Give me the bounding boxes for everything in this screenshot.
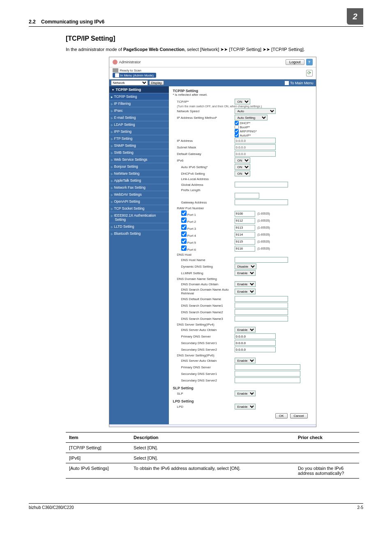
sidebar: TCP/IP Setting TCP/IP SettingIP Filterin… (109, 86, 169, 424)
dhcpv6-select[interactable]: ON (235, 171, 250, 176)
port-check[interactable] (181, 231, 187, 237)
sidebar-item[interactable]: IPsec (109, 107, 169, 114)
bootp-check[interactable] (235, 125, 239, 129)
ipaddr-input[interactable] (235, 138, 276, 143)
sidebar-item[interactable]: LLTD Setting (109, 223, 169, 230)
footer-page: 2-5 (357, 505, 363, 510)
display-button[interactable]: Display (149, 81, 164, 85)
ipmethod-select[interactable]: Auto Setting (235, 115, 267, 120)
pdns6-input[interactable] (235, 364, 300, 370)
sdns62-input[interactable] (235, 377, 300, 383)
gateway6-input[interactable] (235, 199, 288, 205)
sidebar-item[interactable]: IPP Setting (109, 128, 169, 135)
sidebar-item[interactable]: IP Filtering (109, 100, 169, 107)
sidebar-item[interactable]: SNMP Setting (109, 142, 169, 149)
sidebar-head[interactable]: TCP/IP Setting (109, 86, 169, 93)
page-title: [TCP/IP Setting] (66, 35, 359, 42)
refresh-icon[interactable]: ⟳ (306, 70, 313, 76)
sdns1-input[interactable] (235, 340, 276, 346)
tcpip-select[interactable]: ON (235, 99, 250, 104)
netspeed-select[interactable]: Auto (235, 108, 276, 114)
dnshost-input[interactable] (235, 257, 288, 263)
llmnr-select[interactable]: Enable (235, 270, 256, 276)
port-check[interactable] (181, 245, 187, 251)
ipv6-select[interactable]: ON (235, 157, 250, 163)
sidebar-item[interactable]: Web Service Settings (109, 156, 169, 163)
port-check[interactable] (181, 217, 187, 223)
dda-select[interactable]: Enable (235, 281, 256, 287)
footer-model: bizhub C360/C280/C220 (29, 505, 74, 510)
ok-button[interactable]: OK (275, 413, 288, 419)
sidebar-item[interactable]: LDAP Setting (109, 121, 169, 128)
sidebar-item[interactable]: FTP Setting (109, 135, 169, 142)
dhcp-check[interactable] (235, 121, 239, 125)
port-input[interactable] (235, 225, 255, 231)
network-select[interactable]: Network (111, 80, 148, 86)
dsso4-select[interactable]: Enable (235, 327, 256, 333)
sidebar-item[interactable]: NetWare Setting (109, 170, 169, 177)
dyndns-select[interactable]: Disable (235, 264, 256, 269)
info-table: Item Description Prior check [TCP/IP Set… (66, 432, 359, 479)
screenshot-panel: Administrator Logout ? Ready to Scan In … (109, 57, 316, 427)
sidebar-item[interactable]: AppleTalk Setting (109, 177, 169, 184)
port-input[interactable] (235, 232, 255, 238)
printer-icon (113, 68, 118, 72)
port-check[interactable] (181, 210, 187, 216)
port-input[interactable] (235, 246, 255, 252)
dsa-select[interactable]: Enable (235, 289, 256, 294)
logout-button[interactable]: Logout (286, 59, 304, 65)
sdns2-input[interactable] (235, 347, 276, 352)
cancel-button[interactable]: Cancel (290, 413, 308, 419)
prefix-input[interactable] (235, 193, 259, 199)
table-row: [TCP/IP Setting]Select [ON]. (66, 443, 359, 453)
sidebar-item[interactable]: Network Fax Setting (109, 184, 169, 191)
main-menu-icon (285, 81, 289, 85)
sidebar-item[interactable]: TCP Socket Setting (109, 205, 169, 212)
arp-check[interactable] (235, 129, 239, 133)
port-check[interactable] (181, 238, 187, 244)
global-addr-input[interactable] (235, 182, 288, 187)
sidebar-item[interactable]: Bluetooth Setting (109, 230, 169, 237)
table-row: [Auto IPv6 Settings]To obtain the IPv6 a… (66, 463, 359, 479)
autoip-check[interactable] (235, 133, 239, 137)
sidebar-item[interactable]: Bonjour Setting (109, 163, 169, 170)
table-row: [IPv6]Select [ON]. (66, 453, 359, 463)
gateway-input[interactable] (235, 151, 276, 157)
subnet-input[interactable] (235, 144, 276, 150)
scrollbar[interactable] (109, 424, 316, 427)
sidebar-item[interactable]: SMB Setting (109, 149, 169, 156)
dsn3-input[interactable] (235, 316, 288, 321)
admin-label: Administrator (119, 60, 141, 64)
sidebar-item[interactable]: IEEE802.1X Authentication Setting (109, 212, 169, 223)
ddn-input[interactable] (235, 296, 288, 302)
port-input[interactable] (235, 239, 255, 245)
pdns-input[interactable] (235, 333, 276, 339)
chapter-number: 2 (347, 8, 363, 25)
dsso6-select[interactable]: Enable (235, 358, 256, 363)
user-icon (113, 60, 118, 65)
help-icon[interactable]: ? (306, 59, 313, 65)
autoipv6-select[interactable]: ON (235, 164, 250, 170)
dsn2-input[interactable] (235, 309, 288, 315)
settings-panel: TCP/IP Setting * is reflected after rese… (169, 86, 316, 424)
port-input[interactable] (235, 218, 255, 224)
dsn1-input[interactable] (235, 303, 288, 308)
section-header: 2.2 Communicating using IPv6 (29, 19, 104, 25)
sidebar-item[interactable]: TCP/IP Setting (109, 93, 169, 100)
port-input[interactable] (235, 211, 255, 217)
sdns61-input[interactable] (235, 371, 300, 377)
sidebar-item[interactable]: E-mail Setting (109, 114, 169, 121)
panel-title: TCP/IP Setting (173, 89, 312, 93)
to-main-menu[interactable]: To Main Menu (290, 81, 314, 85)
slp-select[interactable]: Enable (235, 391, 256, 396)
port-check[interactable] (181, 224, 187, 230)
intro-text: In the administrator mode of PageScope W… (66, 46, 359, 53)
lpd-select[interactable]: Enable (235, 404, 256, 409)
doc-icon (115, 73, 119, 77)
sidebar-item[interactable]: WebDAV Settings (109, 191, 169, 198)
sidebar-item[interactable]: OpenAPI Setting (109, 198, 169, 205)
